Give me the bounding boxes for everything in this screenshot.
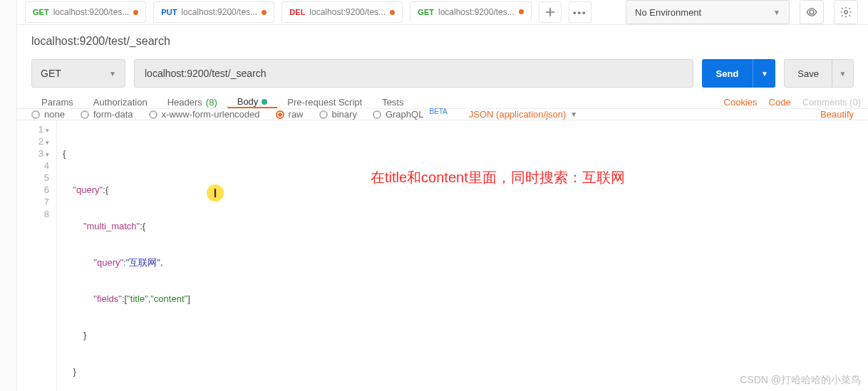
radio-icon <box>81 110 89 119</box>
radio-none[interactable]: none <box>31 109 65 120</box>
tab-overflow-button[interactable]: ••• <box>569 1 591 23</box>
line-number: 3 <box>17 147 49 160</box>
radio-form-data[interactable]: form-data <box>81 109 133 120</box>
code-area[interactable]: { "query":{ "multi_match":{ "query":"互联网… <box>57 120 868 391</box>
code-key: "query" <box>73 184 103 195</box>
settings-button[interactable] <box>834 0 858 24</box>
save-caret[interactable]: ▼ <box>832 60 853 87</box>
line-number: 1 <box>17 123 49 135</box>
environment-label: No Environment <box>635 7 701 18</box>
request-title: localhost:9200/test/_search <box>17 25 868 55</box>
text-cursor-icon: I <box>207 184 224 202</box>
method-select[interactable]: GET ▼ <box>31 59 125 88</box>
tab-method: GET <box>418 8 434 16</box>
environment-quicklook-button[interactable] <box>800 0 824 24</box>
radio-label: binary <box>332 109 357 120</box>
chevron-down-icon: ▼ <box>761 70 768 78</box>
code-string: "互联网" <box>126 257 160 268</box>
beta-badge: BETA <box>429 108 447 115</box>
code-key: "query" <box>93 257 123 268</box>
tab-get-1[interactable]: GET localhost:9200/tes... <box>25 1 146 23</box>
request-tabs: GET localhost:9200/tes... PUT localhost:… <box>21 1 626 23</box>
radio-icon <box>373 110 381 119</box>
save-button[interactable]: Save ▼ <box>784 59 854 88</box>
beautify-link[interactable]: Beautify <box>820 109 854 120</box>
eye-icon <box>805 6 818 19</box>
line-number: 8 <box>17 208 49 220</box>
tab-authorization[interactable]: Authorization <box>83 96 157 108</box>
content-type-select[interactable]: JSON (application/json) ▼ <box>469 109 577 120</box>
send-label: Send <box>702 68 753 79</box>
watermark: CSDN @打哈哈哈的小菜鸟 <box>740 374 861 387</box>
headers-count: (8) <box>206 97 217 108</box>
body-active-dot-icon <box>262 99 267 105</box>
headers-label: Headers <box>167 97 202 108</box>
ellipsis-icon: ••• <box>573 7 587 18</box>
gear-icon <box>839 6 852 19</box>
line-number: 6 <box>17 184 49 196</box>
tab-get-2-active[interactable]: GET localhost:9200/tes... <box>410 1 531 23</box>
code-string: "content" <box>150 293 187 304</box>
tab-label: localhost:9200/tes... <box>438 7 515 17</box>
method-value: GET <box>41 68 61 79</box>
tab-method: GET <box>33 8 49 16</box>
left-strip <box>0 0 17 391</box>
url-input[interactable]: localhost:9200/test/_search <box>134 59 693 88</box>
radio-label: none <box>44 109 65 120</box>
tab-label: localhost:9200/tes... <box>309 7 386 17</box>
line-gutter: 1 2 3 4 5 6 7 8 <box>17 120 57 391</box>
body-label: Body <box>237 96 259 107</box>
content-type-label: JSON (application/json) <box>469 109 567 120</box>
radio-icon <box>319 110 328 119</box>
body-type-row: none form-data x-www-form-urlencoded raw… <box>17 109 868 120</box>
tab-tests[interactable]: Tests <box>372 96 413 108</box>
tab-del-1[interactable]: DEL localhost:9200/tes... <box>281 1 403 23</box>
send-caret[interactable]: ▼ <box>753 59 775 88</box>
cookies-link[interactable]: Cookies <box>724 97 758 108</box>
line-number: 5 <box>17 172 49 184</box>
chevron-down-icon: ▼ <box>839 70 847 78</box>
radio-icon <box>276 110 284 119</box>
dirty-dot-icon <box>519 9 524 14</box>
code-punct: } <box>63 330 86 340</box>
chevron-down-icon: ▼ <box>570 110 577 118</box>
radio-xwww[interactable]: x-www-form-urlencoded <box>149 109 260 120</box>
radio-raw[interactable]: raw <box>276 109 304 120</box>
tab-label: localhost:9200/tes... <box>181 7 257 17</box>
comments-link[interactable]: Comments (0) <box>802 97 861 108</box>
save-label: Save <box>785 68 832 79</box>
dirty-dot-icon <box>262 10 267 15</box>
code-link[interactable]: Code <box>769 97 791 108</box>
radio-icon <box>31 110 40 119</box>
tab-method: DEL <box>289 8 305 16</box>
tab-body[interactable]: Body <box>227 96 278 108</box>
tab-prereq[interactable]: Pre-request Script <box>277 96 372 108</box>
tab-params[interactable]: Params <box>31 96 83 108</box>
radio-label: GraphQL <box>386 109 423 120</box>
environment-select[interactable]: No Environment ▼ <box>626 0 790 24</box>
line-number: 2 <box>17 135 49 147</box>
dirty-dot-icon <box>133 10 138 15</box>
line-number: 4 <box>17 160 49 172</box>
top-bar: GET localhost:9200/tes... PUT localhost:… <box>17 0 868 25</box>
radio-icon <box>149 110 157 119</box>
code-punct: { <box>63 148 66 159</box>
new-tab-button[interactable] <box>539 1 562 23</box>
tab-headers[interactable]: Headers (8) <box>157 96 227 108</box>
send-button[interactable]: Send ▼ <box>702 59 776 88</box>
radio-graphql[interactable]: GraphQLBETA <box>373 109 448 120</box>
radio-label: x-www-form-urlencoded <box>162 109 260 120</box>
radio-binary[interactable]: binary <box>319 109 357 120</box>
chevron-down-icon: ▼ <box>773 9 780 16</box>
url-value: localhost:9200/test/_search <box>145 68 266 79</box>
code-key: "fields" <box>93 293 122 304</box>
code-punct: } <box>63 366 76 377</box>
code-string: "title" <box>127 293 148 304</box>
radio-label: form-data <box>93 109 133 120</box>
line-number: 7 <box>17 196 49 208</box>
tab-label: localhost:9200/tes... <box>53 7 130 17</box>
tab-method: PUT <box>161 8 177 16</box>
tab-put-1[interactable]: PUT localhost:9200/tes... <box>153 1 274 23</box>
radio-label: raw <box>289 109 304 120</box>
body-editor[interactable]: 1 2 3 4 5 6 7 8 { "query":{ "multi_match… <box>17 120 868 391</box>
